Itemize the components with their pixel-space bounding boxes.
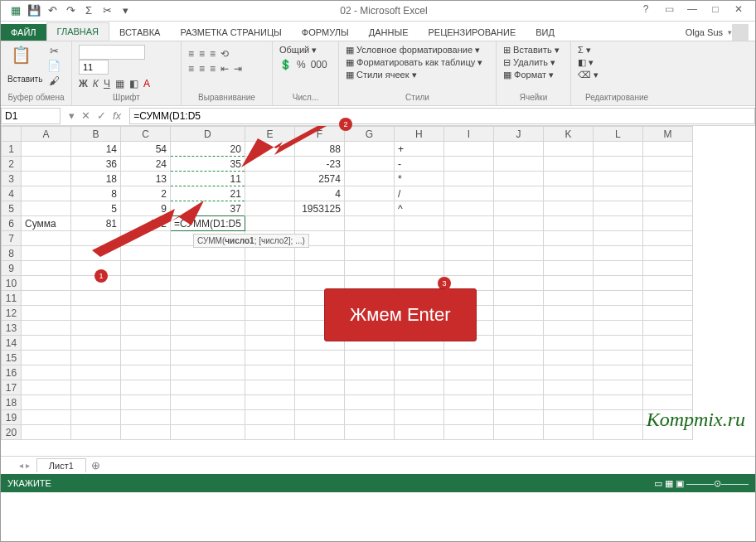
cell-J4[interactable] <box>493 186 543 201</box>
cell-I2[interactable] <box>443 157 493 172</box>
italic-button[interactable]: К <box>93 78 99 90</box>
row-header[interactable]: 18 <box>2 395 22 410</box>
col-header-H[interactable]: H <box>394 127 443 142</box>
cell-K10[interactable] <box>543 276 593 291</box>
cell-B13[interactable] <box>71 321 121 336</box>
cell-B15[interactable] <box>71 351 121 365</box>
font-color-button[interactable]: A <box>143 78 150 90</box>
cell-M6[interactable] <box>642 216 692 231</box>
cell-D1[interactable]: 20 <box>171 142 245 157</box>
align-center-icon[interactable]: ≡ <box>199 63 205 75</box>
qat-dropdown-icon[interactable]: ▾ <box>119 4 132 17</box>
indent-decrease-icon[interactable]: ⇤ <box>220 63 229 75</box>
cell-C12[interactable] <box>121 306 171 321</box>
cell-A16[interactable] <box>22 365 71 380</box>
cell-D15[interactable] <box>171 351 245 365</box>
cell-J7[interactable] <box>493 231 543 246</box>
currency-icon[interactable]: 💲 <box>279 59 292 70</box>
cell-B19[interactable] <box>71 410 121 425</box>
cell-K14[interactable] <box>543 336 593 351</box>
cell-K7[interactable] <box>543 231 593 246</box>
cell-H1[interactable]: + <box>394 142 443 157</box>
cell-D14[interactable] <box>171 336 245 351</box>
cell-E11[interactable] <box>245 291 294 306</box>
cell-E15[interactable] <box>245 351 294 365</box>
cell-E4[interactable] <box>245 186 294 201</box>
spreadsheet-grid[interactable]: ABCDEFGHIJKLM114542088+2362435-23-318131… <box>1 126 755 456</box>
col-header-C[interactable]: C <box>121 127 171 142</box>
cell-A2[interactable] <box>22 157 71 172</box>
cell-I20[interactable] <box>443 425 493 440</box>
close-icon[interactable]: ✕ <box>729 3 749 18</box>
user-name[interactable]: Olga Sus <box>686 27 723 37</box>
zoom-controls[interactable]: ▭ ▦ ▣ ———⊙——— <box>654 478 749 489</box>
cell-F6[interactable] <box>294 216 344 231</box>
cell-L15[interactable] <box>593 351 642 365</box>
cell-A15[interactable] <box>22 351 71 365</box>
cell-B12[interactable] <box>71 306 121 321</box>
align-top-icon[interactable]: ≡ <box>188 48 194 60</box>
cell-M3[interactable] <box>642 172 692 186</box>
cell-A9[interactable] <box>22 261 71 276</box>
sheet-tab-1[interactable]: Лист1 <box>36 458 86 472</box>
cell-I8[interactable] <box>443 246 493 261</box>
border-button[interactable]: ▦ <box>115 78 124 90</box>
cell-J16[interactable] <box>493 365 543 380</box>
cell-F17[interactable] <box>294 380 344 395</box>
cell-H5[interactable]: ^ <box>394 201 443 216</box>
cell-E20[interactable] <box>245 425 294 440</box>
fx-icon[interactable]: fx <box>113 109 121 122</box>
cell-A5[interactable] <box>22 201 71 216</box>
col-header-K[interactable]: K <box>543 127 593 142</box>
cell-A12[interactable] <box>22 306 71 321</box>
cell-G20[interactable] <box>344 425 394 440</box>
cell-C13[interactable] <box>121 321 171 336</box>
cell-F8[interactable] <box>294 246 344 261</box>
cell-E6[interactable] <box>245 216 294 231</box>
tab-view[interactable]: ВИД <box>526 24 565 41</box>
cell-E13[interactable] <box>245 321 294 336</box>
cell-I5[interactable] <box>443 201 493 216</box>
cell-C15[interactable] <box>121 351 171 365</box>
cell-B20[interactable] <box>71 425 121 440</box>
tab-formulas[interactable]: ФОРМУЛЫ <box>292 24 359 41</box>
row-header[interactable]: 13 <box>2 321 22 336</box>
cell-G19[interactable] <box>344 410 394 425</box>
cell-C2[interactable]: 24 <box>121 157 171 172</box>
cell-K8[interactable] <box>543 246 593 261</box>
cell-C16[interactable] <box>121 365 171 380</box>
cell-B2[interactable]: 36 <box>71 157 121 172</box>
cell-H7[interactable] <box>394 231 443 246</box>
cell-M12[interactable] <box>642 306 692 321</box>
cell-C19[interactable] <box>121 410 171 425</box>
cell-E8[interactable] <box>245 246 294 261</box>
cell-D19[interactable] <box>171 410 245 425</box>
cell-D10[interactable] <box>171 276 245 291</box>
formula-bar[interactable] <box>129 108 755 124</box>
col-header-L[interactable]: L <box>593 127 642 142</box>
percent-icon[interactable]: % <box>297 59 306 70</box>
cell-F4[interactable]: 4 <box>294 186 344 201</box>
cell-L6[interactable] <box>593 216 642 231</box>
cell-B16[interactable] <box>71 365 121 380</box>
row-header[interactable]: 7 <box>2 231 22 246</box>
cell-H16[interactable] <box>394 365 443 380</box>
indent-increase-icon[interactable]: ⇥ <box>234 63 242 75</box>
tab-review[interactable]: РЕЦЕНЗИРОВАНИЕ <box>418 24 526 41</box>
cell-E19[interactable] <box>245 410 294 425</box>
cell-L17[interactable] <box>593 380 642 395</box>
cancel-icon[interactable]: ✕ <box>81 109 90 122</box>
cell-G4[interactable] <box>344 186 394 201</box>
cell-H15[interactable] <box>394 351 443 365</box>
cell-J20[interactable] <box>493 425 543 440</box>
cell-I18[interactable] <box>443 395 493 410</box>
cell-E9[interactable] <box>245 261 294 276</box>
cell-J5[interactable] <box>493 201 543 216</box>
cell-D18[interactable] <box>171 395 245 410</box>
clear-button[interactable]: ⌫ ▾ <box>578 70 656 80</box>
row-header[interactable]: 10 <box>2 276 22 291</box>
cell-I19[interactable] <box>443 410 493 425</box>
autosum-icon[interactable]: Σ <box>82 4 95 17</box>
cell-L16[interactable] <box>593 365 642 380</box>
cell-M5[interactable] <box>642 201 692 216</box>
